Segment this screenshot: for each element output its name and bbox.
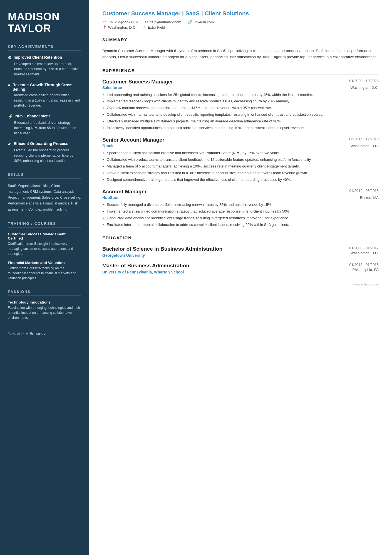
exp-bullets-list: Spearheaded a client satisfaction initia…	[102, 150, 379, 182]
achievement-title-text: NPS Enhancement	[15, 114, 50, 118]
education-container: Bachelor of Science in Business Administ…	[102, 246, 379, 274]
linkedin-url: linkedin.com	[194, 20, 214, 24]
exp-company: Salesforce	[102, 85, 122, 90]
email-contact: ✉ help@enhancv.com	[145, 20, 181, 24]
exp-header: Senior Account Manager 06/2015 - 12/2019	[102, 137, 379, 143]
experience-bullet: Designed comprehensive training material…	[107, 177, 379, 183]
experience-bullet: Collaborated with product teams to trans…	[107, 157, 379, 163]
achievement-item: ♥ Revenue Growth Through Cross-Selling I…	[8, 83, 81, 108]
experience-bullet: Effectively managed multiple simultaneou…	[107, 119, 379, 124]
exp-job-title: Account Manager	[102, 189, 147, 195]
experience-bullet: Led onboarding and training sessions for…	[107, 92, 379, 98]
edu-location: Philadelphia, PA	[349, 268, 379, 272]
email-icon: ✉	[145, 20, 148, 24]
exp-bullets-list: Successfully managed a diverse portfolio…	[102, 202, 379, 228]
achievement-desc: Identified cross-selling opportunities r…	[8, 93, 81, 108]
key-achievements-section: KEY ACHIEVEMENTS ⚙ Improved Client Reten…	[8, 45, 81, 164]
enhancv-logo: ∞ Enhancv	[26, 331, 46, 336]
achievement-title: ⚡ NPS Enhancement	[8, 114, 81, 119]
edu-dates: 01/2008 - 01/2012	[349, 246, 379, 250]
skills-section: SKILLS SaaS, Organizational skills, Clie…	[8, 172, 81, 213]
achievement-desc: Executed a feedback-driven strategy, inc…	[8, 120, 81, 136]
candidate-name: MADISON TAYLOR	[8, 11, 81, 34]
exp-job-title: Customer Success Manager	[102, 79, 173, 85]
passions-title: PASSIONS	[8, 290, 81, 296]
extra-field: Extra Field	[148, 25, 165, 29]
exp-header: Customer Success Manager 01/2020 - 10/20…	[102, 79, 379, 85]
experience-bullet: Implemented feedback loops with clients …	[107, 98, 379, 104]
training-section: TRAINING / COURSES Customer Success Mana…	[8, 221, 81, 281]
job-title: Customer Success Manager | SaaS | Client…	[102, 10, 249, 17]
achievement-item: ⚙ Improved Client Retention Developed a …	[8, 55, 81, 77]
main-content: Customer Success Manager | SaaS | Client…	[89, 0, 392, 555]
experience-bullet: Facilitated inter-departmental collabora…	[107, 222, 379, 228]
education-block: Master of Business Administration Univer…	[102, 263, 379, 274]
achievement-item: ⚡ NPS Enhancement Executed a feedback-dr…	[8, 114, 81, 136]
training-item: Customer Success Management Certified Ce…	[8, 232, 81, 256]
exp-location: Boston, MA	[360, 196, 379, 200]
exp-company-row: Salesforce Washington, D.C.	[102, 85, 379, 90]
achievement-item: ✔ Efficient Onboarding Process Overhaule…	[8, 141, 81, 163]
edu-left: Bachelor of Science in Business Administ…	[102, 246, 222, 258]
education-section-title: EDUCATION	[102, 235, 379, 242]
powered-by: Powered by ∞ Enhancv	[8, 331, 81, 336]
achievement-title-text: Efficient Onboarding Process	[14, 141, 68, 146]
exp-header: Account Manager 04/2012 - 05/2015	[102, 189, 379, 195]
experience-bullet: Implemented a streamlined communication …	[107, 209, 379, 214]
passions-section: PASSIONS Technology Innovations Fascinat…	[8, 290, 81, 320]
exp-job-title: Senior Account Manager	[102, 137, 164, 143]
achievement-icon: ⚡	[8, 114, 13, 119]
skills-text: SaaS, Organizational skills, Client mana…	[8, 183, 81, 213]
achievement-title-text: Revenue Growth Through Cross-Selling	[13, 83, 81, 92]
training-desc: Course from Coursera focusing on the fou…	[8, 266, 81, 281]
contact-row: ☏ +1-(234)-555-1234 ✉ help@enhancv.com 🔗…	[102, 20, 379, 24]
job-title-bar: Customer Success Manager | SaaS | Client…	[102, 10, 379, 17]
edu-right: 01/2008 - 01/2012 Washington, D.C.	[349, 246, 379, 255]
experience-bullet: Drove a client expansion strategy that r…	[107, 170, 379, 176]
extra-contact: ☆ Extra Field	[143, 25, 165, 29]
achievement-icon: ♥	[8, 83, 10, 88]
edu-school: University of Pennsylvania, Wharton Scho…	[102, 270, 189, 274]
education-block: Bachelor of Science in Business Administ…	[102, 246, 379, 258]
edu-school: Georgetown University	[102, 253, 222, 258]
achievement-icon: ⚙	[8, 55, 11, 60]
training-item: Financial Markets and Valuation Course f…	[8, 261, 81, 281]
training-title: TRAINING / COURSES	[8, 221, 81, 228]
achievement-desc: Overhauled the onboarding process, reduc…	[8, 148, 81, 163]
star-icon: ☆	[143, 25, 146, 29]
experience-bullet: Conducted data analysis to identify clie…	[107, 215, 379, 221]
location-icon: 📍	[102, 25, 107, 29]
exp-company-row: Oracle Washington, D.C.	[102, 144, 379, 148]
experience-bullet: Proactively identified opportunities to …	[107, 125, 379, 131]
achievement-title: ♥ Revenue Growth Through Cross-Selling	[8, 83, 81, 92]
experience-bullet: Spearheaded a client satisfaction initia…	[107, 150, 379, 156]
exp-location: Washington, D.C.	[351, 144, 379, 148]
linkedin-contact: 🔗 linkedin.com	[188, 20, 214, 24]
contact-row-2: 📍 Washington, D.C. ☆ Extra Field	[102, 25, 379, 29]
achievement-title: ✔ Efficient Onboarding Process	[8, 141, 81, 147]
experience-bullet: Oversaw contract renewals for a portfoli…	[107, 105, 379, 111]
phone-icon: ☏	[102, 20, 107, 24]
edu-location: Washington, D.C.	[349, 251, 379, 255]
sidebar: MADISON TAYLOR KEY ACHIEVEMENTS ⚙ Improv…	[0, 0, 89, 555]
training-name: Customer Success Management Certified	[8, 232, 81, 240]
exp-company: Oracle	[102, 144, 115, 148]
experience-bullet: Successfully managed a diverse portfolio…	[107, 202, 379, 208]
exp-company-row: HubSpot Boston, MA	[102, 195, 379, 200]
experience-section-title: EXPERIENCE	[102, 68, 379, 75]
passion-desc: Fascination with emerging technologies a…	[8, 305, 81, 320]
achievement-title: ⚙ Improved Client Retention	[8, 55, 81, 60]
summary-text: Dynamic Customer Success Manager with 6+…	[102, 48, 379, 60]
location-text: Washington, D.C.	[108, 25, 136, 29]
training-name: Financial Markets and Valuation	[8, 261, 81, 265]
training-desc: Certification from Gainsight in effectiv…	[8, 241, 81, 256]
experience-container: Customer Success Manager 01/2020 - 10/20…	[102, 79, 379, 228]
experience-block: Account Manager 04/2012 - 05/2015 HubSpo…	[102, 189, 379, 228]
achievement-desc: Developed a client follow-up protocol, b…	[8, 61, 81, 77]
exp-company: HubSpot	[102, 195, 118, 200]
edu-dates: 01/2013 - 01/2015	[349, 263, 379, 267]
passion-item: Technology Innovations Fascination with …	[8, 300, 81, 320]
achievement-title-text: Improved Client Retention	[14, 55, 62, 60]
passion-name: Technology Innovations	[8, 300, 81, 304]
edu-degree: Master of Business Administration	[102, 263, 189, 269]
